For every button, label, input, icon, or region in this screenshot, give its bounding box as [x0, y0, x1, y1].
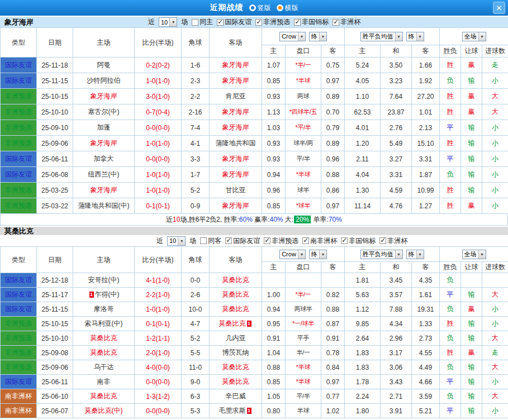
away-team-cell[interactable]: 莫桑比克: [210, 302, 262, 317]
team-name[interactable]: 纽西兰(中): [88, 170, 120, 178]
team-name[interactable]: 莫桑比克: [91, 392, 117, 400]
team-name[interactable]: 莫桑比克: [222, 276, 249, 284]
away-team-cell[interactable]: 象牙海岸: [210, 104, 262, 120]
team-name[interactable]: 象牙海岸: [222, 155, 249, 163]
team-name[interactable]: 象牙海岸: [222, 77, 249, 84]
away-team-cell[interactable]: 肯尼亚: [210, 89, 262, 104]
filter-checkbox[interactable]: 非洲杯: [333, 17, 360, 27]
europe-odds-select[interactable]: 胜平负均值▼: [360, 32, 403, 41]
team-name[interactable]: 象牙海岸: [222, 170, 249, 178]
fullmatch-select[interactable]: 全场▼: [462, 250, 486, 259]
home-team-cell[interactable]: 索马利亚(中): [73, 317, 135, 331]
home-team-cell[interactable]: 沙特阿拉伯: [73, 73, 135, 89]
away-team-cell[interactable]: 蒲隆地共和国: [210, 136, 262, 151]
away-team-cell[interactable]: 莫桑比克: [210, 273, 262, 288]
team-name[interactable]: 象牙海岸: [91, 92, 117, 100]
team-name[interactable]: 加蓬: [97, 123, 111, 131]
team-name[interactable]: 象牙海岸: [222, 202, 249, 209]
team-name[interactable]: 南非: [97, 378, 111, 385]
away-team-cell[interactable]: 莫桑比克1: [210, 317, 262, 331]
away-team-cell[interactable]: 几内亚: [210, 331, 262, 346]
home-team-cell[interactable]: 莫桑比克: [73, 346, 135, 360]
home-team-cell[interactable]: 象牙海岸: [73, 183, 135, 198]
home-team-cell[interactable]: 蒲隆地共和国(中): [73, 198, 135, 214]
home-team-cell[interactable]: 加拿大: [73, 151, 135, 167]
europe-odds-select[interactable]: 胜平负均值▼: [360, 250, 403, 259]
team-name[interactable]: 莫桑比克(中): [85, 407, 123, 414]
layout-vertical-radio[interactable]: 竖版: [249, 3, 271, 13]
team-name[interactable]: 象牙海岸: [91, 139, 117, 147]
filter-checkbox[interactable]: 同主: [192, 17, 213, 27]
near-count-select[interactable]: 10▼: [159, 17, 177, 27]
near-count-select[interactable]: 10▼: [167, 236, 186, 246]
home-team-cell[interactable]: 象牙海岸: [73, 136, 135, 151]
home-team-cell[interactable]: 南非: [73, 375, 135, 389]
filter-checkbox[interactable]: 非国锦标: [294, 17, 329, 27]
team-name[interactable]: 莫桑比克: [222, 305, 249, 313]
home-team-cell[interactable]: 加蓬: [73, 120, 135, 136]
team-name[interactable]: 莫桑比克: [222, 378, 249, 385]
europe-final-select[interactable]: 终▼: [406, 250, 424, 259]
filter-checkbox[interactable]: 同客: [200, 236, 221, 246]
home-team-cell[interactable]: 象牙海岸: [73, 89, 135, 104]
team-name[interactable]: 阿曼: [97, 61, 111, 69]
team-name[interactable]: 莫桑比克: [91, 334, 117, 342]
filter-checkbox[interactable]: 国际友谊: [225, 236, 260, 246]
filter-checkbox[interactable]: 非洲预选: [264, 236, 298, 246]
odds-company-select[interactable]: Crow▼: [279, 32, 306, 41]
home-team-cell[interactable]: 摩洛哥: [73, 302, 135, 317]
close-button[interactable]: ✕: [493, 2, 505, 14]
home-team-cell[interactable]: 1乍得(中): [73, 288, 135, 302]
away-team-cell[interactable]: 象牙海岸: [210, 198, 262, 214]
home-team-cell[interactable]: 莫桑比克: [73, 389, 135, 404]
team-name[interactable]: 安哥拉(中): [88, 276, 120, 284]
away-team-cell[interactable]: 莫桑比克: [210, 360, 262, 375]
home-team-cell[interactable]: 纽西兰(中): [73, 167, 135, 183]
team-name[interactable]: 加拿大: [94, 155, 114, 163]
team-name[interactable]: 塞舌尔(中): [88, 108, 120, 116]
filter-checkbox[interactable]: 非国锦标: [341, 236, 376, 246]
filter-checkbox[interactable]: 南非洲杯: [302, 236, 337, 246]
away-team-cell[interactable]: 甘比亚: [210, 183, 262, 198]
home-team-cell[interactable]: 阿曼: [73, 58, 135, 73]
team-name[interactable]: 毛里求斯: [219, 407, 246, 414]
team-name[interactable]: 象牙海岸: [91, 186, 117, 194]
away-team-cell[interactable]: 毛里求斯1: [210, 404, 262, 418]
filter-checkbox[interactable]: 非洲预选: [255, 17, 290, 27]
layout-horizontal-radio[interactable]: 横版: [277, 3, 298, 13]
away-team-cell[interactable]: 象牙海岸: [210, 151, 262, 167]
away-team-cell[interactable]: 象牙海岸: [210, 73, 262, 89]
team-name[interactable]: 莫桑比克: [222, 363, 249, 371]
away-team-cell[interactable]: 象牙海岸: [210, 120, 262, 136]
odds-final-select[interactable]: 终▼: [309, 32, 327, 41]
team-name[interactable]: 乌干达: [94, 363, 114, 371]
team-name[interactable]: 辛巴威: [226, 392, 246, 400]
away-team-cell[interactable]: 象牙海岸: [210, 58, 262, 73]
away-team-cell[interactable]: 莫桑比克: [210, 375, 262, 389]
fullmatch-select[interactable]: 全场▼: [462, 32, 486, 41]
away-team-cell[interactable]: 象牙海岸: [210, 167, 262, 183]
team-name[interactable]: 摩洛哥: [94, 305, 114, 313]
team-name[interactable]: 几内亚: [226, 334, 246, 342]
team-name[interactable]: 肯尼亚: [226, 92, 246, 100]
home-team-cell[interactable]: 莫桑比克(中): [73, 404, 135, 418]
team-name[interactable]: 沙特阿拉伯: [87, 77, 121, 84]
team-name[interactable]: 象牙海岸: [222, 108, 249, 116]
team-name[interactable]: 蒲隆地共和国: [216, 139, 256, 147]
odds-final-select[interactable]: 终▼: [309, 250, 327, 259]
team-name[interactable]: 博茨瓦纳: [222, 349, 249, 356]
team-name[interactable]: 莫桑比克: [222, 290, 249, 298]
filter-checkbox[interactable]: 非洲杯: [379, 236, 407, 246]
team-name[interactable]: 蒲隆地共和国(中): [78, 202, 130, 209]
home-team-cell[interactable]: 塞舌尔(中): [73, 104, 135, 120]
team-name[interactable]: 象牙海岸: [222, 61, 249, 69]
team-name[interactable]: 甘比亚: [226, 186, 246, 194]
team-name[interactable]: 莫桑比克: [219, 319, 246, 327]
team-name[interactable]: 莫桑比克: [91, 349, 117, 356]
team-name[interactable]: 象牙海岸: [222, 123, 249, 131]
europe-final-select[interactable]: 终▼: [406, 32, 424, 41]
away-team-cell[interactable]: 博茨瓦纳: [210, 346, 262, 360]
away-team-cell[interactable]: 莫桑比克: [210, 288, 262, 302]
away-team-cell[interactable]: 辛巴威: [210, 389, 262, 404]
odds-company-select[interactable]: Crow▼: [279, 250, 306, 259]
